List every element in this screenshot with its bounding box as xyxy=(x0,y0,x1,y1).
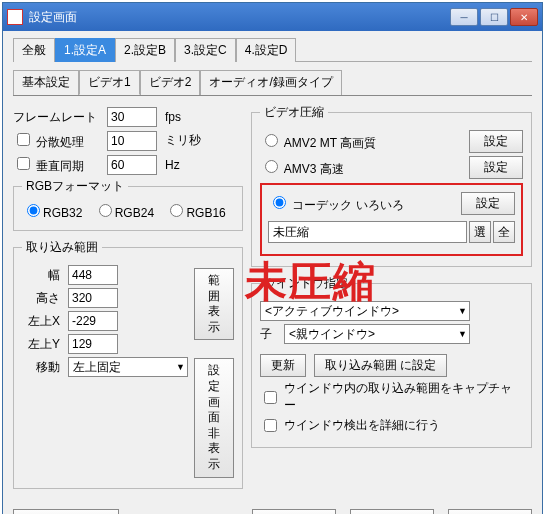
codec-opt2-label[interactable]: AMV3 高速 xyxy=(260,157,344,178)
chevron-down-icon: ▼ xyxy=(176,362,185,372)
framerate-unit: fps xyxy=(165,110,181,124)
framerate-input[interactable] xyxy=(107,107,157,127)
tab-video2[interactable]: ビデオ2 xyxy=(140,70,201,95)
rgb24-radio[interactable] xyxy=(99,204,112,217)
codec-custom-highlight: コーデック いろいろ 設定 選 全 xyxy=(260,183,523,256)
framerate-label: フレームレート xyxy=(13,109,103,126)
codec-opt2-radio[interactable] xyxy=(265,160,278,173)
tab-basic[interactable]: 基本設定 xyxy=(13,70,79,95)
distributed-checkbox-label[interactable]: 分散処理 xyxy=(13,130,103,151)
codec-opt1-radio[interactable] xyxy=(265,134,278,147)
capture-range-group: 取り込み範囲 幅 高さ 左上X 左上Y 移動 左上固定▼ 範囲表示 xyxy=(13,239,243,489)
tab-general[interactable]: 全般 xyxy=(13,38,55,62)
vsync-unit: Hz xyxy=(165,158,180,172)
codec-opt3-radio[interactable] xyxy=(273,196,286,209)
vsync-checkbox[interactable] xyxy=(17,157,30,170)
vsync-checkbox-label[interactable]: 垂直同期 xyxy=(13,154,103,175)
update-button[interactable]: 更新 xyxy=(260,354,306,377)
distributed-checkbox[interactable] xyxy=(17,133,30,146)
move-label: 移動 xyxy=(22,359,64,376)
lefty-label: 左上Y xyxy=(22,336,64,353)
codec-all-button[interactable]: 全 xyxy=(493,221,515,243)
leftx-label: 左上X xyxy=(22,313,64,330)
video-compress-group: ビデオ圧縮 AMV2 MT 高画質 設定 AMV3 高速 設定 コーデック いろ… xyxy=(251,104,532,267)
child-window-select[interactable]: <親ウインドウ>▼ xyxy=(284,324,470,344)
app-icon xyxy=(7,9,23,25)
codec-opt3-label[interactable]: コーデック いろいろ xyxy=(268,193,404,214)
codec-opt1-settings-button[interactable]: 設定 xyxy=(469,130,523,153)
apply-button[interactable]: 適用 xyxy=(448,509,532,514)
height-label: 高さ xyxy=(22,290,64,307)
capture-range-legend: 取り込み範囲 xyxy=(22,239,102,256)
tab-settings-d[interactable]: 4.設定D xyxy=(236,38,297,62)
lefty-input[interactable] xyxy=(68,334,118,354)
child-label: 子 xyxy=(260,326,280,343)
big-settings-button: 大きい設定画面 xyxy=(13,509,119,514)
move-select[interactable]: 左上固定▼ xyxy=(68,357,188,377)
ok-button[interactable]: OK xyxy=(252,509,336,514)
rgb32-radio-label[interactable]: RGB32 xyxy=(22,206,82,220)
window-spec-legend: ウインドウ指定 xyxy=(260,275,352,292)
capture-inside-window-checkbox[interactable] xyxy=(264,391,277,404)
rgb32-radio[interactable] xyxy=(27,204,40,217)
detailed-detect-checkbox[interactable] xyxy=(264,419,277,432)
tab-settings-c[interactable]: 3.設定C xyxy=(175,38,236,62)
maximize-button[interactable]: ☐ xyxy=(480,8,508,26)
codec-name-input[interactable] xyxy=(268,221,467,243)
minimize-button[interactable]: ─ xyxy=(450,8,478,26)
window-spec-group: ウインドウ指定 <アクティブウインドウ>▼ 子 <親ウインドウ>▼ 更新 取り込… xyxy=(251,275,532,448)
tab-settings-a[interactable]: 1.設定A xyxy=(55,38,115,62)
rgb-format-group: RGBフォーマット RGB32 RGB24 RGB16 xyxy=(13,178,243,231)
close-button[interactable]: ✕ xyxy=(510,8,538,26)
tab-settings-b[interactable]: 2.設定B xyxy=(115,38,175,62)
titlebar: 設定画面 ─ ☐ ✕ xyxy=(3,3,542,31)
codec-opt1-label[interactable]: AMV2 MT 高画質 xyxy=(260,131,376,152)
rgb24-radio-label[interactable]: RGB24 xyxy=(94,206,154,220)
leftx-input[interactable] xyxy=(68,311,118,331)
height-input[interactable] xyxy=(68,288,118,308)
capture-inside-window-label: ウインドウ内の取り込み範囲をキャプチャー xyxy=(284,380,523,414)
rgb16-radio-label[interactable]: RGB16 xyxy=(165,206,225,220)
width-label: 幅 xyxy=(22,267,64,284)
rgb-format-legend: RGBフォーマット xyxy=(22,178,128,195)
codec-opt3-settings-button[interactable]: 設定 xyxy=(461,192,515,215)
tab-video1[interactable]: ビデオ1 xyxy=(79,70,140,95)
sub-tabs: 基本設定 ビデオ1 ビデオ2 オーディオ/録画タイプ xyxy=(13,70,532,96)
codec-select-button[interactable]: 選 xyxy=(469,221,491,243)
hide-settings-button[interactable]: 設定画面 非表示 xyxy=(194,358,234,477)
rgb16-radio[interactable] xyxy=(170,204,183,217)
main-tabs: 全般 1.設定A 2.設定B 3.設定C 4.設定D xyxy=(13,37,532,62)
cancel-button[interactable]: キャンセル xyxy=(350,509,434,514)
codec-opt2-settings-button[interactable]: 設定 xyxy=(469,156,523,179)
chevron-down-icon: ▼ xyxy=(458,306,467,316)
video-compress-legend: ビデオ圧縮 xyxy=(260,104,328,121)
detailed-detect-label: ウインドウ検出を詳細に行う xyxy=(284,417,440,434)
distributed-input[interactable] xyxy=(107,131,157,151)
set-capture-range-button[interactable]: 取り込み範囲 に設定 xyxy=(314,354,447,377)
chevron-down-icon: ▼ xyxy=(458,329,467,339)
target-window-select[interactable]: <アクティブウインドウ>▼ xyxy=(260,301,470,321)
width-input[interactable] xyxy=(68,265,118,285)
window-title: 設定画面 xyxy=(29,9,450,26)
settings-window: 設定画面 ─ ☐ ✕ 全般 1.設定A 2.設定B 3.設定C 4.設定D 基本… xyxy=(2,2,543,514)
tab-audio[interactable]: オーディオ/録画タイプ xyxy=(200,70,341,95)
vsync-input[interactable] xyxy=(107,155,157,175)
distributed-unit: ミリ秒 xyxy=(165,132,201,149)
show-range-button[interactable]: 範囲表示 xyxy=(194,268,234,340)
